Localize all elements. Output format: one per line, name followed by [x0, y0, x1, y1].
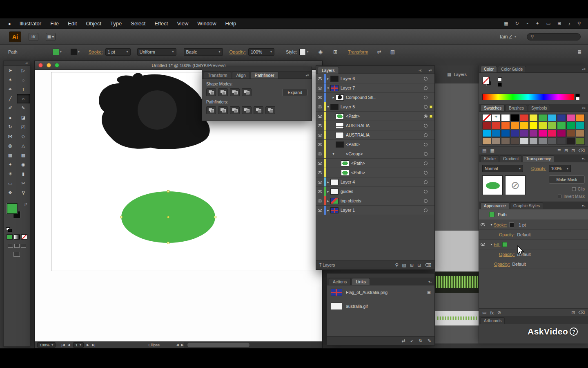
artboard-nav-combo[interactable]: 1 ▾	[73, 342, 84, 348]
color-mode-button[interactable]	[7, 234, 13, 240]
anchor-handle-west[interactable]	[120, 216, 122, 218]
tab-layers[interactable]: Layers	[318, 67, 339, 74]
dock-toggle-icon[interactable]: ≣	[577, 49, 581, 55]
target-circle-icon[interactable]	[424, 209, 428, 212]
mask-thumbnail[interactable]: ⊘	[505, 175, 526, 195]
airplay-icon[interactable]: ▭	[546, 21, 550, 26]
object-thumbnail[interactable]	[482, 175, 503, 195]
swatch[interactable]	[576, 114, 585, 121]
new-color-group-icon[interactable]: ⊟	[564, 148, 568, 153]
swatch[interactable]	[501, 114, 510, 121]
panel-menu-icon[interactable]: ▾≡	[579, 204, 588, 209]
gradient-tool[interactable]: ▩	[17, 150, 30, 160]
stroke-color-well[interactable]	[71, 49, 77, 55]
color-spectrum-ramp[interactable]	[482, 94, 574, 100]
magic-wand-tool[interactable]: ✶	[4, 75, 17, 85]
target-circle-icon[interactable]	[424, 96, 428, 99]
link-filename[interactable]: australia.gif	[346, 304, 368, 309]
last-artboard-icon[interactable]: ▶|	[92, 343, 95, 347]
layer-thumbnail[interactable]	[341, 170, 349, 176]
swatch[interactable]	[482, 122, 491, 129]
blend-mode-combo[interactable]: Normal ▾	[482, 165, 523, 172]
appearance-object-row[interactable]: Path	[479, 209, 588, 220]
spectrum-white-chip[interactable]	[575, 97, 580, 100]
panel-menu-icon[interactable]: ▾≡	[426, 280, 434, 285]
black-chip[interactable]	[498, 83, 502, 87]
recolor-artwork-icon[interactable]: ◉	[318, 49, 322, 55]
visibility-toggle[interactable]	[316, 149, 324, 158]
merge-icon[interactable]	[230, 106, 240, 114]
menu-item[interactable]: Edit	[63, 20, 81, 27]
panel-drag-bar[interactable]	[327, 274, 434, 278]
tab-transparency[interactable]: Transparency	[523, 155, 554, 162]
swatch[interactable]	[529, 122, 538, 129]
collapsed-layers-dock[interactable]: ▤ Layers	[435, 65, 479, 83]
delete-item-icon[interactable]: ⌫	[578, 310, 585, 315]
swatch[interactable]	[520, 137, 529, 145]
width-tool[interactable]: ⋈	[4, 132, 17, 141]
tab-align[interactable]: Align	[232, 72, 249, 79]
layer-name[interactable]: AUSTRALIA	[346, 132, 370, 137]
eyedropper-tool[interactable]: ✦	[4, 160, 17, 169]
layer-row[interactable]: ▸ Layer 1	[316, 206, 434, 215]
center-point-handle[interactable]	[167, 216, 169, 218]
layer-name[interactable]: guides	[341, 189, 353, 194]
arrange-documents-button[interactable]: ▦▾	[46, 33, 56, 41]
swatch[interactable]	[557, 137, 566, 145]
scale-tool[interactable]: ◰	[17, 122, 30, 132]
launch-bridge-button[interactable]: Br	[29, 33, 38, 41]
zoom-tool[interactable]: ⚲	[17, 188, 30, 197]
layer-row[interactable]: ▾ Layer 7	[316, 83, 434, 93]
stroke-color-chip[interactable]	[509, 222, 514, 227]
tab-symbols[interactable]: Symbols	[528, 105, 550, 111]
anchor-handle-south[interactable]	[167, 242, 169, 244]
mesh-tool[interactable]: ▦	[4, 150, 17, 160]
layer-name[interactable]: top objects	[341, 198, 361, 203]
target-circle-icon[interactable]	[424, 162, 428, 165]
new-layer-icon[interactable]: ⊡	[417, 263, 421, 268]
swatch[interactable]	[529, 130, 538, 137]
tab-actions[interactable]: Actions	[329, 278, 351, 285]
layer-thumbnail[interactable]	[336, 123, 344, 129]
appearance-path-opacity-row[interactable]: Opacity: Default	[479, 259, 588, 269]
expand-arrow-icon[interactable]: ▾	[326, 105, 330, 109]
tab-links[interactable]: Links	[352, 278, 370, 285]
swatch[interactable]	[566, 137, 575, 145]
new-swatch-icon[interactable]: ⊡	[571, 148, 575, 153]
lasso-tool[interactable]: ◌	[17, 75, 30, 85]
expand-arrow-icon[interactable]: ▾	[489, 223, 494, 227]
rotate-tool[interactable]: ↻	[4, 122, 17, 132]
swatch[interactable]	[529, 114, 538, 121]
swatch[interactable]	[501, 122, 510, 129]
volume-icon[interactable]: ♪	[568, 21, 570, 26]
stroke-attribute-link[interactable]: Stroke:	[494, 222, 507, 227]
app-search[interactable]: ⚲	[527, 33, 581, 40]
blend-tool[interactable]: ◉	[17, 160, 30, 169]
layer-row[interactable]: <Path>	[316, 159, 434, 168]
symbol-sprayer-tool[interactable]: ✳	[4, 169, 17, 179]
swatch[interactable]	[510, 122, 519, 129]
swatch[interactable]	[482, 137, 491, 145]
link-filename[interactable]: Flag_of_Australia.png	[346, 290, 388, 295]
transform-panel-link[interactable]: Transform	[348, 49, 368, 54]
target-circle-icon[interactable]	[424, 114, 428, 118]
appearance-fill-opacity-row[interactable]: Opacity: Default	[479, 249, 588, 259]
close-button[interactable]	[38, 63, 43, 67]
swatch[interactable]	[492, 122, 501, 129]
mission-control-icon[interactable]: ⊞	[557, 21, 561, 26]
swatch[interactable]	[557, 130, 566, 137]
horizontal-scrollbar[interactable]	[184, 342, 322, 348]
swatch[interactable]	[501, 130, 510, 137]
draw-inside-button[interactable]	[21, 244, 26, 248]
menu-item[interactable]: Type	[106, 20, 126, 27]
swatch[interactable]	[548, 130, 557, 137]
swatch[interactable]	[492, 130, 501, 137]
invert-mask-checkbox[interactable]	[558, 195, 561, 198]
visibility-toggle[interactable]	[316, 168, 324, 177]
swatch[interactable]	[566, 114, 575, 121]
layer-name[interactable]: Layer 5	[341, 104, 355, 109]
appearance-stroke-opacity-row[interactable]: Opacity: Default	[479, 230, 588, 240]
visibility-toggle[interactable]	[316, 74, 324, 83]
swatch[interactable]	[510, 130, 519, 137]
panel-menu-icon[interactable]: ▾≡	[579, 106, 588, 111]
